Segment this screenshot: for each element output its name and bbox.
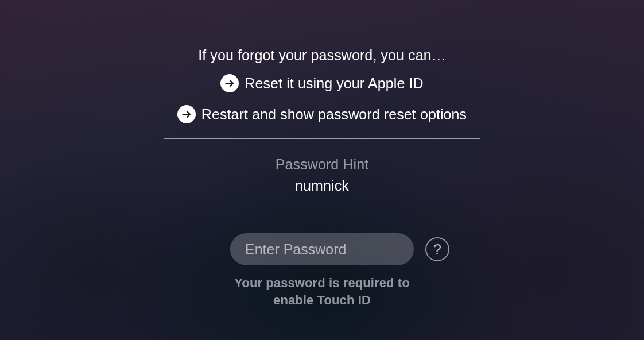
reset-apple-id-option[interactable]: Reset it using your Apple ID bbox=[220, 74, 423, 92]
recovery-options: Reset it using your Apple ID Restart and… bbox=[177, 74, 467, 123]
password-input-row: ? bbox=[230, 233, 414, 265]
required-line-2: enable Touch ID bbox=[273, 293, 371, 307]
restart-reset-label: Restart and show password reset options bbox=[201, 106, 467, 123]
password-hint-button[interactable]: ? bbox=[425, 237, 449, 261]
touch-id-required-message: Your password is required to enable Touc… bbox=[234, 275, 410, 308]
password-hint-value: numnick bbox=[295, 177, 349, 194]
required-line-1: Your password is required to bbox=[234, 276, 410, 290]
password-hint-label: Password Hint bbox=[276, 156, 368, 173]
divider bbox=[164, 138, 480, 139]
forgot-password-heading: If you forgot your password, you can… bbox=[198, 47, 446, 64]
restart-reset-option[interactable]: Restart and show password reset options bbox=[177, 105, 467, 123]
reset-apple-id-label: Reset it using your Apple ID bbox=[245, 75, 423, 92]
question-mark-icon: ? bbox=[433, 242, 441, 257]
arrow-right-icon bbox=[177, 105, 196, 123]
password-input[interactable] bbox=[230, 233, 414, 265]
arrow-right-icon bbox=[220, 74, 239, 92]
